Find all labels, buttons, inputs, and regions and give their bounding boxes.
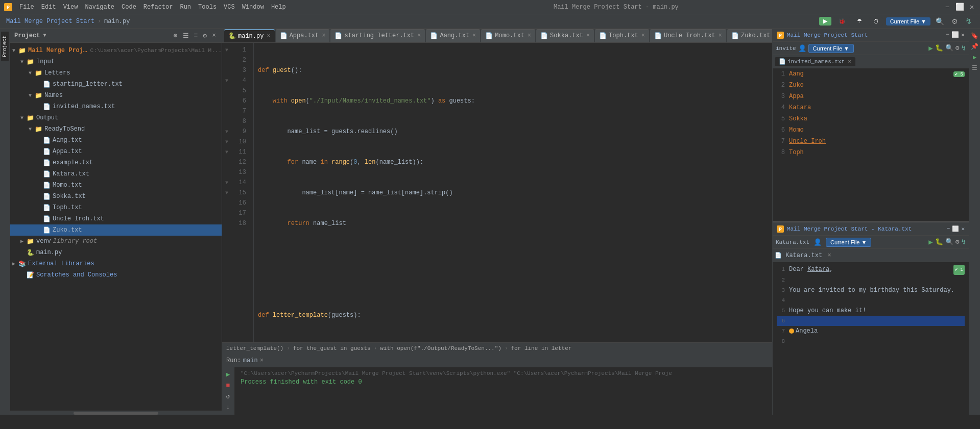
right-bottom-tab-katara[interactable]: 📄 Katara.txt × — [775, 252, 831, 259]
right-bottom-current-file-btn[interactable]: Current File ▼ — [826, 238, 871, 247]
update-button[interactable]: ↯ — [963, 15, 974, 27]
tree-folder-output[interactable]: 📁 Output — [10, 112, 222, 123]
run-rerun-button[interactable]: ↺ — [225, 391, 231, 401]
tree-folder-letters[interactable]: 📁 Letters — [10, 67, 222, 79]
right-bottom-win-buttons[interactable]: − ⬜ ✕ — [947, 225, 965, 232]
code-line-5[interactable]: name_list[name] = name_list[name].strip(… — [258, 188, 768, 198]
run-name[interactable]: main — [243, 357, 258, 364]
right-bottom-close[interactable]: ✕ — [961, 225, 965, 232]
coverage-button[interactable]: ☂ — [853, 17, 866, 26]
right-top-run-btn[interactable]: ▶ — [928, 44, 933, 53]
right-top-debug-btn[interactable]: 🐛 — [935, 44, 943, 53]
tab-close-aang[interactable]: × — [472, 32, 476, 39]
menu-window[interactable]: Window — [239, 3, 267, 12]
code-line-7[interactable] — [258, 249, 768, 259]
tree-folder-readytosend[interactable]: 📁 ReadyToSend — [10, 123, 222, 135]
code-line-8[interactable] — [258, 280, 768, 290]
tab-momo[interactable]: 📄 Momo.txt × — [481, 29, 535, 42]
fold-15[interactable]: ▼ — [222, 188, 231, 198]
right-bottom-maximize[interactable]: ⬜ — [952, 225, 959, 232]
tree-file-sokka[interactable]: 📄 Sokka.txt — [10, 191, 222, 202]
bookmark-icon-4[interactable]: ☰ — [970, 63, 979, 73]
run-stop-button[interactable]: ■ — [225, 381, 231, 390]
maximize-button[interactable]: ⬜ — [955, 3, 964, 11]
code-line-9[interactable]: def letter_template(guests): — [258, 310, 768, 320]
tab-toph[interactable]: 📄 Toph.txt × — [595, 29, 649, 42]
menu-refactor[interactable]: Refactor — [140, 3, 176, 12]
right-top-close[interactable]: ✕ — [961, 31, 965, 39]
right-bottom-minimize[interactable]: − — [947, 225, 950, 232]
tab-uncle-iroh[interactable]: 📄 Uncle Iroh.txt × — [650, 29, 726, 42]
right-bottom-update-btn[interactable]: ↯ — [962, 238, 966, 246]
tree-root[interactable]: 📁 Mail Merge Project Start C:\Users\acer… — [10, 45, 222, 56]
sidebar-dropdown-arrow[interactable]: ▼ — [43, 33, 46, 38]
right-top-tab-close[interactable]: × — [848, 59, 851, 65]
code-line-6[interactable]: return name_list — [258, 218, 768, 229]
tree-file-uncle-iroh[interactable]: 📄 Uncle Iroh.txt — [10, 213, 222, 224]
menu-vcs[interactable]: VCS — [221, 3, 238, 12]
profile-button[interactable]: ⏱ — [869, 17, 883, 26]
fold-10[interactable]: ▼ — [222, 137, 231, 147]
right-bottom-debug-btn[interactable]: 🐛 — [935, 238, 943, 246]
menu-help[interactable]: Help — [268, 3, 289, 12]
tree-file-main-py[interactable]: 🐍 main.py — [10, 247, 222, 258]
tree-file-zuko[interactable]: 📄 Zuko.txt — [10, 224, 222, 236]
right-bottom-search-btn[interactable]: 🔍 — [945, 238, 953, 246]
tree-file-momo[interactable]: 📄 Momo.txt — [10, 180, 222, 191]
menu-edit[interactable]: Edit — [38, 3, 59, 12]
menu-navigate[interactable]: Navigate — [82, 3, 117, 12]
right-top-tab-invited-names[interactable]: 📄 invited_names.txt × — [775, 57, 855, 66]
menu-file[interactable]: File — [16, 3, 37, 12]
right-bottom-content[interactable]: 1 Dear Katara, ✔ 1 2 3 You are invited t… — [773, 262, 969, 415]
run-tab-close[interactable]: × — [260, 357, 264, 364]
code-line-4[interactable]: for name in range(0, len(name_list)): — [258, 157, 768, 167]
sidebar-settings-icon[interactable]: ⚙ — [201, 31, 208, 40]
search-button[interactable]: 🔍 — [934, 16, 946, 27]
tree-file-toph[interactable]: 📄 Toph.txt — [10, 202, 222, 213]
tab-close-starting-letter[interactable]: × — [417, 32, 421, 39]
right-bottom-settings-btn[interactable]: ⚙ — [955, 238, 960, 246]
menu-code[interactable]: Code — [118, 3, 139, 12]
right-top-user-icon[interactable]: 👤 — [798, 44, 806, 53]
bookmark-icon-2[interactable]: 📌 — [969, 41, 980, 52]
right-top-minimize[interactable]: − — [946, 31, 949, 39]
menu-run[interactable]: Run — [177, 3, 194, 12]
run-panel-content[interactable]: "C:\Users\acer\PycharmProjects\Mail Merg… — [234, 367, 772, 415]
tab-close-uncle-iroh[interactable]: × — [719, 32, 722, 39]
right-top-content[interactable]: 1 Aang ✔ 5 2 Zuko 3 Appa 4 Katara 5 — [773, 68, 969, 221]
menu-tools[interactable]: Tools — [195, 3, 220, 12]
sidebar-scrollbar-h[interactable] — [10, 411, 222, 415]
tree-folder-names[interactable]: 📁 Names — [10, 90, 222, 101]
code-gutter[interactable]: ▼ ▼ ▼ ▼ ▼ ▼ ▼ — [222, 43, 231, 342]
settings-button[interactable]: ⚙ — [949, 16, 960, 27]
window-controls[interactable]: − ⬜ ✕ — [943, 3, 976, 11]
run-play-button[interactable]: ▶ — [225, 369, 231, 380]
tab-close-toph[interactable]: × — [641, 32, 645, 39]
right-bottom-run-btn[interactable]: ▶ — [928, 238, 933, 246]
code-line-3[interactable]: name_list = guests.readlines() — [258, 127, 768, 137]
current-file-dropdown[interactable]: Current File ▼ — [886, 17, 930, 26]
tab-close-sokka[interactable]: × — [586, 32, 590, 39]
menu-bar[interactable]: File Edit View Navigate Code Refactor Ru… — [16, 3, 289, 12]
right-top-settings-btn[interactable]: ⚙ — [955, 44, 960, 53]
run-settings-icon[interactable]: ⚙ — [225, 413, 231, 415]
sidebar-icon-2[interactable]: ☰ — [181, 31, 190, 40]
project-vtab[interactable]: Project — [1, 32, 9, 61]
tree-scratches[interactable]: 📝 Scratches and Consoles — [10, 269, 222, 281]
right-top-win-buttons[interactable]: − ⬜ ✕ — [946, 31, 965, 39]
sidebar-close-icon[interactable]: × — [210, 31, 218, 40]
code-content[interactable]: def guest(): with open("./Input/Names/in… — [254, 43, 772, 342]
code-line-2[interactable]: with open("./Input/Names/invited_names.t… — [258, 96, 768, 106]
sidebar-icon-1[interactable]: ⊕ — [172, 31, 179, 40]
right-bottom-tab-close[interactable]: × — [827, 252, 831, 259]
tab-sokka[interactable]: 📄 Sokka.txt × — [536, 29, 594, 42]
debug-button[interactable]: 🐞 — [834, 17, 850, 26]
right-top-current-file-btn[interactable]: Current File ▼ — [808, 44, 854, 53]
tab-close-appa[interactable]: × — [322, 32, 325, 39]
fold-14[interactable]: ▼ — [222, 178, 231, 188]
tab-main-py[interactable]: 🐍 main.py × — [224, 29, 275, 42]
tree-file-appa[interactable]: 📄 Appa.txt — [10, 146, 222, 157]
fold-4[interactable]: ▼ — [222, 75, 231, 86]
minimize-button[interactable]: − — [943, 3, 951, 11]
tab-close-main-py[interactable]: × — [267, 33, 270, 40]
